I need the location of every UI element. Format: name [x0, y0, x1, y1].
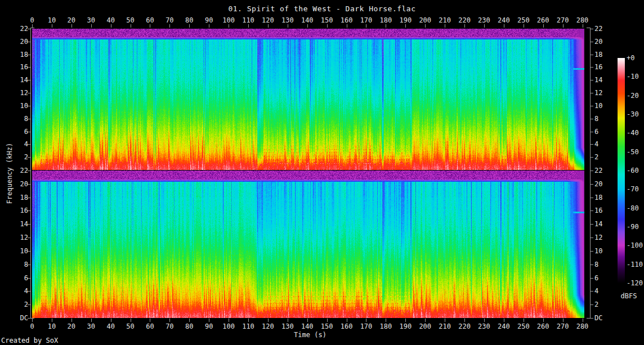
freq-tick-mark	[591, 157, 593, 158]
freq-tick-label: DC	[594, 314, 619, 322]
time-tick-mark	[288, 319, 288, 322]
time-tick-mark	[563, 24, 564, 28]
freq-tick-label: 6	[8, 274, 28, 282]
time-tick-mark	[71, 319, 72, 322]
time-tick-mark	[543, 24, 544, 28]
time-tick-mark	[445, 319, 445, 322]
freq-tick-mark	[591, 93, 593, 93]
db-tick-label: -80	[627, 204, 644, 212]
time-tick-mark	[248, 319, 249, 322]
time-tick-mark	[484, 24, 485, 28]
time-tick-label: 280	[570, 322, 595, 330]
freq-tick-mark	[591, 224, 593, 225]
time-tick-mark	[464, 24, 465, 28]
freq-tick-label: 14	[8, 76, 28, 84]
freq-tick-mark	[591, 210, 593, 211]
freq-tick-mark	[591, 29, 593, 29]
freq-tick-label: 16	[594, 63, 619, 71]
freq-tick-mark	[591, 265, 593, 265]
freq-tick-label: 10	[594, 102, 619, 110]
time-tick-mark	[150, 319, 150, 322]
freq-tick-label: 18	[594, 194, 619, 201]
freq-tick-label: 8	[594, 261, 619, 268]
time-tick-mark	[288, 24, 288, 28]
page-title: 01. Spirit of the West - Dark Horse.flac	[0, 5, 644, 13]
time-tick-mark	[484, 319, 485, 322]
time-tick-mark	[524, 24, 524, 28]
freq-tick-label: 10	[8, 102, 28, 110]
freq-tick-mark	[591, 291, 593, 292]
db-tick-label: -30	[627, 110, 644, 118]
time-tick-label: 280	[570, 16, 595, 24]
freq-tick-label: 6	[594, 274, 619, 282]
freq-tick-label: 12	[594, 234, 619, 241]
freq-tick-label: 18	[8, 51, 28, 59]
spectrogram-canvas-left-channel	[32, 29, 588, 170]
right-axis-line	[590, 28, 591, 319]
freq-tick-label: 10	[594, 247, 619, 255]
time-tick-mark	[347, 24, 347, 28]
freq-tick-label: 4	[8, 287, 28, 295]
left-axis-top-stub	[30, 28, 34, 28]
time-tick-mark	[229, 319, 229, 322]
time-tick-mark	[563, 319, 564, 322]
freq-tick-mark	[591, 238, 593, 238]
time-tick-mark	[71, 24, 72, 28]
freq-tick-label: 6	[8, 128, 28, 136]
freq-tick-label: 12	[594, 89, 619, 97]
freq-tick-label: 22	[8, 25, 28, 33]
time-tick-mark	[583, 24, 583, 28]
db-tick-label: -10	[627, 73, 644, 80]
right-axis-bottom-stub	[587, 318, 591, 319]
time-tick-mark	[386, 319, 386, 322]
freq-tick-label: DC	[8, 314, 28, 322]
time-tick-mark	[268, 24, 269, 28]
freq-tick-mark	[591, 198, 593, 198]
freq-tick-mark	[591, 55, 593, 55]
time-tick-mark	[445, 24, 445, 28]
freq-tick-label: 16	[594, 207, 619, 214]
db-tick-label: -70	[627, 185, 644, 193]
freq-tick-label: 6	[594, 128, 619, 136]
time-tick-mark	[169, 24, 170, 28]
time-tick-mark	[524, 319, 524, 322]
time-tick-mark	[307, 319, 308, 322]
freq-tick-label: 16	[8, 63, 28, 71]
db-tick-label: -60	[627, 167, 644, 174]
freq-tick-mark	[591, 304, 593, 305]
db-tick-label: -100	[627, 241, 644, 249]
time-tick-mark	[464, 319, 465, 322]
time-tick-mark	[229, 24, 229, 28]
time-tick-mark	[150, 24, 150, 28]
time-tick-mark	[366, 24, 366, 28]
freq-tick-mark	[591, 80, 593, 80]
time-tick-mark	[543, 319, 544, 322]
freq-tick-label: 20	[594, 180, 619, 188]
freq-tick-label: 14	[8, 220, 28, 228]
time-tick-mark	[583, 319, 583, 322]
freq-tick-mark	[591, 171, 593, 171]
freq-tick-mark	[591, 132, 593, 132]
time-tick-mark	[52, 319, 52, 322]
freq-tick-mark	[591, 106, 593, 106]
time-tick-mark	[366, 319, 366, 322]
colorbar-gradient	[618, 58, 625, 283]
time-tick-mark	[189, 24, 190, 28]
freq-tick-label: 12	[8, 89, 28, 97]
sox-spectrogram-view: 01. Spirit of the West - Dark Horse.flac…	[0, 0, 644, 345]
freq-tick-label: 14	[594, 76, 619, 84]
time-tick-mark	[386, 24, 386, 28]
freq-tick-mark	[591, 184, 593, 185]
time-tick-mark	[189, 319, 190, 322]
time-tick-mark	[504, 319, 504, 322]
time-tick-mark	[425, 24, 426, 28]
db-tick-label: -40	[627, 129, 644, 137]
time-axis-label: Time (s)	[32, 331, 588, 339]
db-tick-label: +0	[627, 54, 644, 62]
time-tick-mark	[248, 24, 249, 28]
frequency-axis-label: Frequency (kHz)	[6, 143, 14, 204]
freq-tick-label: 18	[594, 51, 619, 59]
db-tick-label: -120	[627, 279, 644, 287]
time-tick-mark	[504, 24, 504, 28]
time-tick-mark	[111, 24, 111, 28]
